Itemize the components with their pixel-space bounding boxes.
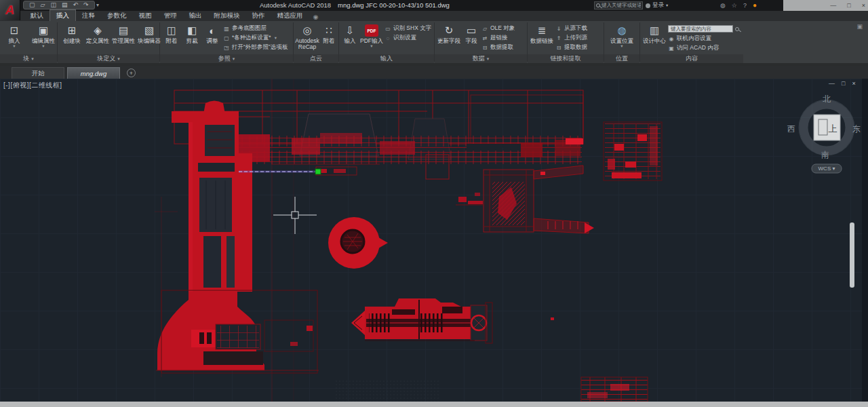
ribbon-options-icon[interactable]: ▣ [856,23,863,30]
pointcloud-attach-icon: ∷ [321,23,337,38]
ribbon-display-toggle-icon[interactable]: ◉ [313,14,319,21]
minimize-button[interactable]: — [830,3,836,9]
panel-label-data[interactable]: 数据▾ [435,54,527,63]
panel-label-block[interactable]: 块▾ [0,54,57,63]
tab-addins[interactable]: 附加模块 [208,10,246,21]
extract-data-button[interactable]: ⊟提取数据 [555,43,587,52]
content-search-input[interactable] [668,25,733,33]
create-block-icon: ⊞ [64,23,80,38]
update-fields-button[interactable]: ↻ 更新字段 [437,23,461,44]
favorites-icon[interactable]: ☆ [732,2,737,9]
panel-label-reference[interactable]: 参照▾ [160,54,293,63]
tab-parametric[interactable]: 参数化 [101,10,133,21]
qat-customize-icon[interactable]: ▾ [96,2,99,8]
compass-north-label[interactable]: 北 [823,94,831,104]
undo-icon[interactable]: ↶ [73,2,78,8]
panel-label-block-definition[interactable]: 块定义▾ [58,54,159,63]
plot-icon[interactable]: ▤ [62,2,68,8]
ole-object-button[interactable]: ▱OLE 对象 [481,24,515,33]
data-link-button[interactable]: ≣ 数据链接 [530,23,554,44]
panel-reference: ◫ 附着 ◧ 剪裁 ◐ 调整 ▥参考底图图层 ▢*各种边框设置*▾ ◳打开“外部… [160,21,293,63]
create-block-button[interactable]: ⊞ 创建块 [60,23,84,44]
panel-label-linking-extraction[interactable]: 链接和提取 [528,54,604,63]
gearbox-section-part[interactable] [604,122,662,180]
clip-button[interactable]: ◧ 剪裁 [182,23,201,44]
underlay-layers-button[interactable]: ▥参考底图图层 [223,24,288,33]
data-link-icon: ≣ [534,23,550,38]
edit-attribute-button[interactable]: ▣ 编辑属性 ▾ [28,23,59,48]
tab-view[interactable]: 视图 [133,10,158,21]
recognition-settings-button[interactable]: ◌识别设置 [384,33,431,43]
adjust-icon: ◐ [204,23,220,38]
tab-annotate[interactable]: 注释 [76,10,101,21]
download-from-source-button[interactable]: ⇓从源下载 [555,24,587,33]
drawing-tab[interactable]: mng.dwg [67,67,120,79]
close-button[interactable]: × [862,3,865,9]
recap-button[interactable]: ◎ Autodesk ReCap [296,23,319,50]
notification-icon[interactable]: ● [753,1,757,9]
tab-featured-apps[interactable]: 精选应用 [271,10,309,21]
redo-icon[interactable]: ↷ [83,2,89,8]
drawing-area[interactable]: 上 北 西 东 南 WCS ▾ [-][俯视][二维线框] — □ × [0,79,868,402]
online-content-settings-button[interactable]: ◉联机内容设置 [668,34,739,43]
adjust-button[interactable]: ◐ 调整 [203,23,222,44]
clip-icon: ◧ [184,23,200,38]
set-location-button[interactable]: ◍ 设置位置 ▾ [610,23,634,48]
quick-access-toolbar: ▢ ▱ ◫ ▤ ↶ ↷ [23,1,95,9]
restore-button[interactable]: □ [847,3,850,9]
window-title: Autodesk AutoCAD 2018mng.dwg JFC 00-20-1… [260,1,463,9]
viewport-close-button[interactable]: × [852,80,855,87]
recognize-shx-text-button[interactable]: ▭识别 SHX 文字 [384,24,431,33]
manage-attributes-button[interactable]: ▤ 管理属性 [111,23,136,44]
file-tab-bar: 开始 mng.dwg + [0,66,868,79]
panel-label-import[interactable]: 输入 [339,54,434,63]
tab-insert[interactable]: 插入 [50,9,76,21]
tab-output[interactable]: 输出 [183,10,208,21]
application-menu-button[interactable]: A [0,0,20,20]
tab-manage[interactable]: 管理 [158,10,183,21]
compass-west-label[interactable]: 西 [787,124,795,134]
pdf-import-button[interactable]: PDF PDF输入 ▾ [360,23,383,48]
hyperlink-button[interactable]: ⇄超链接 [481,33,515,43]
insert-block-button[interactable]: ⊡ 插入 ▾ [2,23,26,48]
vertical-scrollbar[interactable] [850,222,854,288]
bottom-strip [0,402,868,407]
field-button[interactable]: ▭ 字段 [462,23,480,44]
tab-collaborate[interactable]: 协作 [246,10,271,21]
panel-label-point-cloud[interactable]: 点云 [294,54,338,63]
edit-attribute-icon: ▣ [35,23,52,38]
compass-south-label[interactable]: 南 [821,150,829,159]
viewport-controls[interactable]: [-][俯视][二维线框] [3,81,62,90]
import-button[interactable]: ⇩ 输入 [341,23,359,44]
save-icon[interactable]: ◫ [50,2,56,8]
panel-label-location[interactable]: 位置 [604,54,639,63]
open-folder-icon[interactable]: ▱ [41,2,45,8]
app-title-text: Autodesk AutoCAD 2018 [260,1,331,9]
define-attributes-button[interactable]: ◈ 定义属性 [85,23,110,44]
pointcloud-attach-button[interactable]: ∷ 附着 [320,23,338,44]
sign-in-button[interactable]: 登录 ▾ [646,1,668,9]
attach-button[interactable]: ◫ 附着 [162,23,181,44]
viewport-minimize-button[interactable]: — [829,80,835,87]
canvas-right-edge [862,79,868,402]
panel-label-content[interactable]: 内容 [640,54,743,63]
upload-to-source-button[interactable]: ⇑上传到源 [555,33,587,43]
viewport-restore-button[interactable]: □ [842,80,845,87]
block-editor-button[interactable]: ▧ 块编辑器 [137,23,161,44]
panel-location: ◍ 设置位置 ▾ 位置 [604,21,639,63]
new-file-icon[interactable]: ▢ [29,2,35,8]
design-center-button[interactable]: ▥ 设计中心 [642,23,667,44]
compass-east-label[interactable]: 东 [852,124,861,134]
communication-center-icon[interactable]: ◍ [720,2,726,9]
acad-content-button[interactable]: ▣访问 ACAD 内容 [668,43,739,53]
help-icon[interactable]: ? [743,2,747,9]
start-tab[interactable]: 开始 [12,67,64,79]
new-drawing-tab-button[interactable]: + [127,69,136,77]
data-extraction-button[interactable]: ⊟数据提取 [481,43,515,52]
help-search-input[interactable] [601,3,641,9]
frame-setting-dropdown[interactable]: ▢*各种边框设置*▾ [223,33,288,43]
xref-palette-button[interactable]: ◳打开“外部参照”选项板 [223,43,288,52]
content-search-icon[interactable] [735,27,739,31]
tab-home[interactable]: 默认 [24,10,50,21]
help-search-box[interactable] [594,1,643,9]
